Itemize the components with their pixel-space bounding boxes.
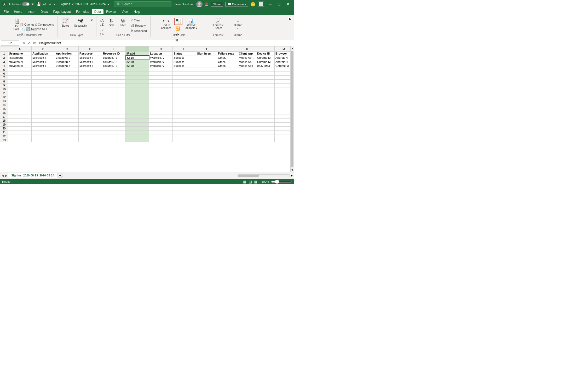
cell-A2[interactable]: lisa@rootu xyxy=(8,56,32,60)
autosave-toggle[interactable] xyxy=(22,2,30,6)
cell-H1[interactable]: Status xyxy=(173,52,196,56)
cell-J1[interactable]: Failure reas xyxy=(217,52,238,56)
col-header-E[interactable]: E xyxy=(102,46,126,52)
cell-F4[interactable]: 82.10. xyxy=(126,64,149,68)
cell-D3[interactable]: Microsoft T xyxy=(79,60,102,64)
cell-A3[interactable]: stevetest2( xyxy=(8,60,32,64)
cell-reference-input[interactable] xyxy=(1,40,19,46)
cell-H2[interactable]: Success xyxy=(173,56,196,60)
redo-icon[interactable]: ↪ xyxy=(48,2,51,6)
text-to-columns-button[interactable]: ⟷ Text toColumns xyxy=(159,17,173,31)
cell-L2[interactable]: Chrome M xyxy=(256,56,275,60)
cell-G1[interactable]: Location xyxy=(149,52,173,56)
h-scroll-thumb[interactable] xyxy=(238,175,259,177)
sheet-tab-signin[interactable]: SignIns_2020-08-23_2020-08-24 xyxy=(8,173,58,178)
col-header-F[interactable]: F xyxy=(126,46,149,52)
cell-D4[interactable]: Microsoft T xyxy=(79,64,102,68)
scroll-thumb[interactable] xyxy=(291,51,293,167)
cell-D2[interactable]: Microsoft T xyxy=(79,56,102,60)
horizontal-scrollbar[interactable] xyxy=(238,174,290,177)
cell-I3[interactable] xyxy=(196,60,217,64)
cell-M3[interactable]: Android 4 xyxy=(275,60,291,64)
sort-desc-button[interactable]: ↓Z↑A xyxy=(99,27,105,37)
cell-I4[interactable] xyxy=(196,64,217,68)
stocks-button[interactable]: 📈 Stocks xyxy=(60,17,71,28)
cell-G3[interactable]: Warwick, V xyxy=(149,60,173,64)
geography-button[interactable]: 🗺 Geography xyxy=(72,17,89,28)
search-box[interactable]: 🔍 Search xyxy=(114,1,171,7)
emoji-icon[interactable]: 🙂 xyxy=(250,2,256,7)
col-header-M[interactable]: M xyxy=(275,46,291,52)
data-types-dropdown[interactable]: ▾ xyxy=(90,17,94,23)
cell-A1[interactable]: Username xyxy=(8,52,32,56)
cell-H4[interactable]: Success xyxy=(173,64,196,68)
cell-G2[interactable]: Warwick, V xyxy=(149,56,173,60)
maximize-button[interactable]: □ xyxy=(275,2,283,7)
filter-button[interactable]: ⛁ Filter xyxy=(118,17,128,28)
cell-F1[interactable]: IP add xyxy=(126,52,149,56)
what-if-analysis-button[interactable]: 📊 What-IfAnalysis ▾ xyxy=(183,17,199,31)
cell-D1[interactable]: Resource xyxy=(79,52,102,56)
remove-duplicates-button[interactable]: 🔁 xyxy=(174,26,182,31)
cell-M1[interactable]: Browser xyxy=(275,52,291,56)
cell-K4[interactable]: Mobile App xyxy=(238,64,256,68)
cell-K1[interactable]: Client app xyxy=(238,52,256,56)
ribbon-collapse-button[interactable]: ▲ xyxy=(288,16,292,20)
cell-M4[interactable]: Chrome M xyxy=(275,64,291,68)
consolidate-button[interactable]: ⊞ xyxy=(174,38,182,43)
clear-button[interactable]: ✕ Clear xyxy=(129,18,148,23)
cell-C3[interactable]: 1fec8e78-b xyxy=(55,60,79,64)
col-header-L[interactable]: L xyxy=(256,46,275,52)
cell-K3[interactable]: Mobile Apps and Desk xyxy=(238,60,256,64)
sheet-scroll-right-button[interactable]: ▶ xyxy=(4,173,8,178)
menu-file[interactable]: File xyxy=(1,9,11,14)
cell-I2[interactable] xyxy=(196,56,217,60)
zoom-slider[interactable] xyxy=(271,181,292,183)
col-header-B[interactable]: B xyxy=(32,46,55,52)
cell-F3[interactable]: 82.10. xyxy=(126,60,149,64)
cell-L1[interactable]: Device ID xyxy=(256,52,275,56)
cancel-formula-icon[interactable]: ✕ xyxy=(22,41,26,45)
cell-J2[interactable]: Other. xyxy=(217,56,238,60)
cell-E1[interactable]: Resource ID xyxy=(102,52,126,56)
sheet-tab-options-button[interactable]: ⋯ xyxy=(233,174,237,177)
cell-B1[interactable]: Application xyxy=(32,52,55,56)
col-header-A[interactable]: A xyxy=(8,46,32,52)
menu-view[interactable]: View xyxy=(119,9,131,14)
cell-G4[interactable]: Warwick, V xyxy=(149,64,173,68)
spreadsheet-scroll-area[interactable]: A B C D E F G H I J K L M N O P Q xyxy=(0,46,290,172)
comments-button[interactable]: 💬 Comments xyxy=(225,2,248,7)
menu-data[interactable]: Data xyxy=(92,9,103,14)
cell-H3[interactable]: Success xyxy=(173,60,196,64)
forecast-sheet-button[interactable]: 📈 ForecastSheet xyxy=(211,17,225,31)
col-header-J[interactable]: J xyxy=(217,46,238,52)
menu-insert[interactable]: Insert xyxy=(25,9,38,14)
add-sheet-button[interactable]: + xyxy=(58,173,63,178)
cell-J4[interactable]: Other. xyxy=(217,64,238,68)
col-header-G[interactable]: G xyxy=(149,46,173,52)
cell-B4[interactable]: Microsoft T xyxy=(32,64,55,68)
sheet-scroll-left-button[interactable]: ◀ xyxy=(1,173,4,178)
col-header-D[interactable]: D xyxy=(79,46,102,52)
outline-button[interactable]: ≡ Outline ▾ xyxy=(232,17,244,31)
undo-icon[interactable]: ↩ xyxy=(43,2,46,6)
cell-E2[interactable]: cc15fd57-2 xyxy=(102,56,126,60)
cell-C1[interactable]: Application xyxy=(55,52,79,56)
sort-asc-button[interactable]: ↑A↓Z xyxy=(99,18,105,27)
cell-C2[interactable]: 1fec8e78-b xyxy=(55,56,79,60)
share-button[interactable]: Share xyxy=(211,2,223,7)
col-header-I[interactable]: I xyxy=(196,46,217,52)
normal-view-button[interactable]: ▦ xyxy=(243,180,246,184)
minimize-button[interactable]: ─ xyxy=(266,2,274,7)
menu-draw[interactable]: Draw xyxy=(38,9,50,14)
page-layout-view-button[interactable]: ▤ xyxy=(249,180,252,184)
sort-button[interactable]: ⇅ Sort xyxy=(106,17,117,28)
cell-J3[interactable]: Other. xyxy=(217,60,238,64)
cell-L4[interactable]: 0e372963- xyxy=(256,64,275,68)
file-dropdown-icon[interactable]: ▾ xyxy=(108,3,109,6)
scroll-down-button[interactable]: ▼ xyxy=(291,168,294,172)
cell-B3[interactable]: Microsoft T xyxy=(32,60,55,64)
menu-formulas[interactable]: Formulas xyxy=(73,9,92,14)
queries-connections-button[interactable]: 📋 Queries & Connections xyxy=(18,22,55,27)
save-icon[interactable]: 💾 xyxy=(37,2,41,6)
